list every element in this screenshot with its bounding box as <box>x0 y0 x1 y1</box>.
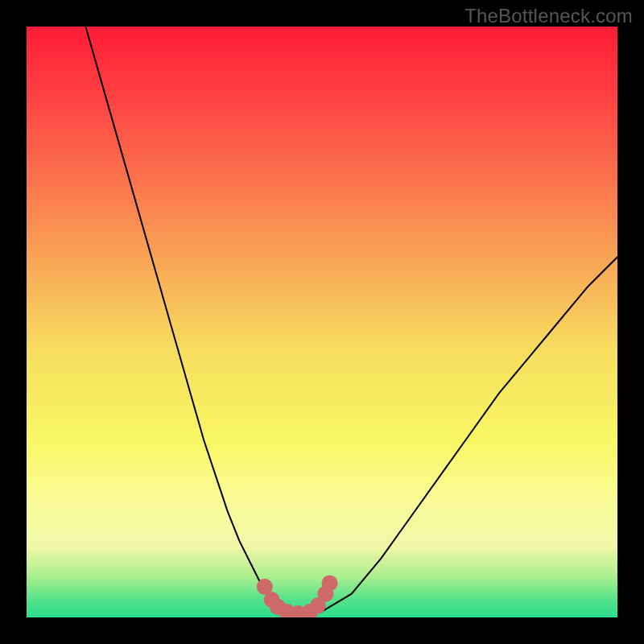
plot-svg <box>27 27 617 617</box>
chart-stage: TheBottleneck.com <box>0 0 644 644</box>
curve-marker <box>322 575 338 591</box>
plot-background <box>27 27 617 617</box>
plot-area <box>27 27 617 617</box>
watermark-text: TheBottleneck.com <box>464 5 633 27</box>
